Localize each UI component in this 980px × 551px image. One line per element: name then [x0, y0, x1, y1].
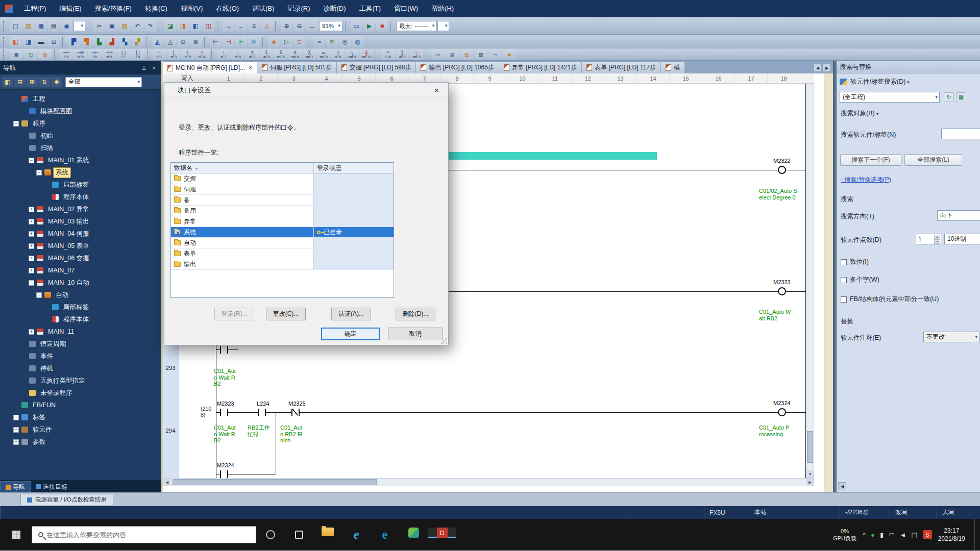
- pin-icon[interactable]: ⊥: [140, 65, 148, 71]
- tree-item[interactable]: 扫描: [0, 142, 161, 154]
- edge-icon[interactable]: e: [371, 528, 399, 542]
- program-part-row[interactable]: 表单: [171, 248, 394, 259]
- fb-editor-icon[interactable]: ▟: [106, 36, 118, 47]
- delete-branch-icon[interactable]: ╬caF10: [360, 49, 373, 60]
- tree-item[interactable]: 局部标签: [0, 301, 161, 313]
- taskbar-search-input[interactable]: [46, 531, 256, 539]
- menu-item[interactable]: 记录(R): [281, 4, 316, 13]
- watch-max-combo[interactable]: 最大: -------: [396, 21, 436, 31]
- switch-display-icon[interactable]: ◧: [2, 77, 13, 87]
- expand-toggle-icon[interactable]: +: [29, 207, 34, 212]
- program-part-row[interactable]: 备: [171, 195, 394, 206]
- cancel-button[interactable]: 取消: [388, 328, 443, 340]
- tree-item[interactable]: + MAIN_11: [0, 325, 161, 338]
- verify-icon[interactable]: ≡: [248, 20, 260, 32]
- tree-item[interactable]: − MAIN_01 系统: [0, 154, 161, 166]
- tree-item[interactable]: 恒定周期: [0, 338, 161, 350]
- battery-icon[interactable]: ▮: [880, 531, 884, 539]
- stepper-down-icon[interactable]: ▼: [934, 239, 940, 244]
- branch-close-icon[interactable]: ┐caF5: [346, 49, 359, 60]
- dialog-close-icon[interactable]: ×: [425, 83, 448, 97]
- expand-toggle-icon[interactable]: +: [29, 256, 34, 261]
- device-label[interactable]: M2324: [217, 462, 234, 468]
- note-edit-icon[interactable]: ▥: [460, 49, 473, 60]
- ime-icon[interactable]: S: [923, 530, 932, 539]
- device-test-icon[interactable]: ◎: [339, 36, 351, 47]
- tree-item[interactable]: 模块配置图: [0, 105, 161, 117]
- edit-mode-icon[interactable]: ▥: [38, 49, 52, 60]
- contact-symbol[interactable]: [220, 470, 228, 478]
- rising-pulse-icon[interactable]: ↑sF7: [217, 49, 230, 60]
- device-comment[interactable]: RB2工作忙碌: [248, 424, 272, 437]
- device-comment[interactable]: C01_Auto Wait RB2: [214, 424, 238, 444]
- editor-tab[interactable]: 异常 [PRG] [LD] 1421步 ×: [499, 62, 582, 73]
- tree-item[interactable]: 待机: [0, 362, 161, 374]
- monitor-mode-icon[interactable]: ⊩: [235, 36, 247, 47]
- multiword-checkbox[interactable]: [841, 277, 847, 283]
- device-label[interactable]: M2322: [773, 158, 791, 164]
- program-part-row[interactable]: 交握: [171, 173, 394, 184]
- tab-scroll-right-icon[interactable]: ▶: [823, 64, 831, 72]
- device-label[interactable]: M2323: [773, 279, 791, 285]
- expand-toggle-icon[interactable]: +: [29, 329, 34, 335]
- device-comment[interactable]: C01/02_Auto Select Degree 0: [759, 188, 799, 201]
- power-check-tab[interactable]: 电源容量 / I/O点数检查结果: [20, 494, 113, 505]
- instruction-help-icon[interactable]: ┴F10: [381, 49, 395, 60]
- menu-item[interactable]: 工程(P): [17, 4, 53, 13]
- collapse-all-icon[interactable]: ⊟: [14, 77, 26, 87]
- tree-item[interactable]: − 程序: [0, 117, 161, 130]
- search-scope-combo[interactable]: (全工程): [840, 92, 940, 103]
- menu-item[interactable]: 帮助(H): [425, 4, 460, 13]
- device-comment[interactable]: C01_Auto Wait RB2: [759, 309, 792, 321]
- tree-item[interactable]: + 软元件: [0, 423, 161, 436]
- dialog-resize-grip[interactable]: [441, 338, 447, 344]
- tree-item[interactable]: 工程: [0, 93, 161, 105]
- comment-handling-combo[interactable]: 不更改: [923, 332, 979, 342]
- menu-item[interactable]: 转换(C): [138, 4, 174, 13]
- navigation-window-icon[interactable]: ◧: [10, 36, 21, 47]
- search-options-link[interactable]: - 搜索/替换选项(P): [841, 176, 891, 184]
- falling-branch-icon[interactable]: ↧aF8: [260, 49, 273, 60]
- editor-tab[interactable]: 交握 [PRG] [LD] 598步 ×: [337, 62, 416, 73]
- write-to-plc-icon[interactable]: →: [223, 20, 234, 32]
- copy-icon[interactable]: ▣: [106, 20, 118, 32]
- volume-icon[interactable]: ◄: [899, 531, 906, 539]
- dialog-title-bar[interactable]: 块口令设置 ×: [164, 83, 448, 98]
- tab-close-icon[interactable]: ×: [249, 64, 252, 71]
- falling-pulse-icon[interactable]: ↓sF8: [231, 49, 244, 60]
- gx-works-icon[interactable]: G: [428, 528, 456, 538]
- expand-toggle-icon[interactable]: +: [29, 231, 34, 237]
- fb-match-checkbox[interactable]: [841, 296, 847, 303]
- menu-item[interactable]: 工具(T): [353, 4, 388, 13]
- change-button[interactable]: 更改(C)...: [266, 308, 306, 320]
- program-editor-icon[interactable]: ▙: [93, 36, 105, 47]
- delete-button[interactable]: 删除(D)...: [396, 308, 435, 320]
- ok-button[interactable]: 确定: [321, 328, 380, 340]
- delete-horizontal-icon[interactable]: ┤cF9: [181, 49, 194, 60]
- find-target-combo[interactable]: [941, 129, 980, 139]
- digit-checkbox[interactable]: [841, 259, 847, 265]
- program-part-row[interactable]: 系统 已登录: [171, 227, 394, 238]
- menu-item[interactable]: 编辑(E): [53, 4, 88, 13]
- contact-symbol[interactable]: [220, 409, 228, 416]
- device-comment-icon[interactable]: ◪: [164, 20, 176, 32]
- expand-toggle-icon[interactable]: +: [13, 439, 19, 445]
- menu-item[interactable]: 视图(V): [174, 4, 209, 13]
- tree-item[interactable]: + MAIN_07: [0, 264, 161, 277]
- vertical-scrollbar[interactable]: ▲ ▼: [806, 73, 814, 479]
- read-from-plc-icon[interactable]: ←: [235, 20, 247, 32]
- scroll-right-icon[interactable]: ▶: [806, 479, 814, 486]
- status-column-header[interactable]: 登录状态: [314, 163, 394, 173]
- vertical-line-icon[interactable]: │sF9: [167, 49, 180, 60]
- device-comment[interactable]: C01_Auto Wait RB2: [214, 368, 238, 387]
- output-window-icon[interactable]: ▬: [35, 36, 47, 47]
- find-all-button[interactable]: 全部搜索(L): [904, 154, 962, 166]
- scroll-left-icon[interactable]: ◀: [163, 479, 170, 486]
- label-editor-icon[interactable]: ▚: [119, 36, 131, 47]
- project-tree-icon[interactable]: ▛: [68, 36, 80, 47]
- rising-branch-icon[interactable]: ↥aF7: [246, 49, 259, 60]
- device-comment[interactable]: C01_Auto Processing: [759, 424, 791, 437]
- open-branch-icon[interactable]: ⊣⊢F6: [88, 49, 102, 60]
- menu-item[interactable]: 搜索/替换(F): [88, 4, 138, 13]
- help-icon[interactable]: ◉: [61, 20, 72, 32]
